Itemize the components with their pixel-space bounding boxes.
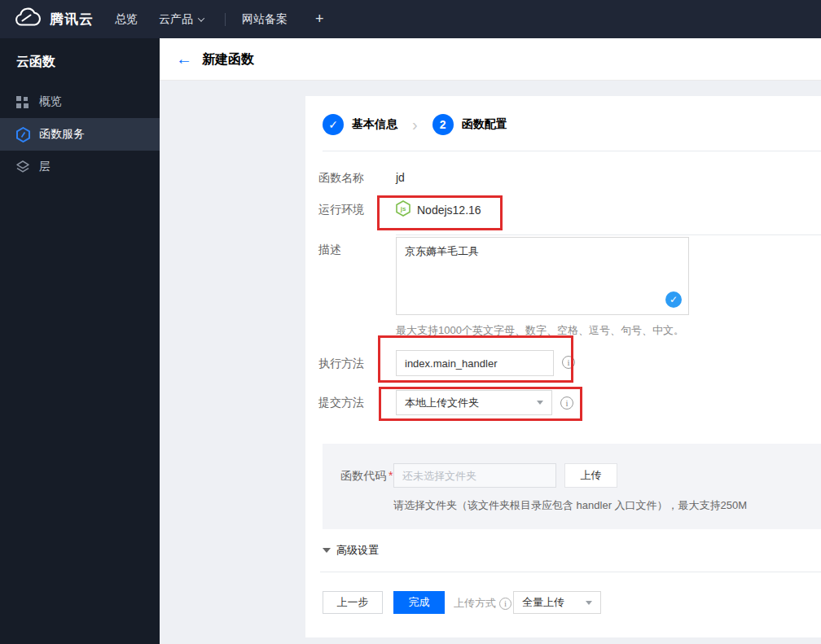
sidebar: 云函数 概览 函数服务 <box>0 38 160 644</box>
finish-button[interactable]: 完成 <box>393 591 445 614</box>
svg-text:js: js <box>400 205 406 212</box>
upload-mode-value: 全量上传 <box>522 595 564 610</box>
caret-down-icon <box>537 401 543 405</box>
chevron-down-icon <box>198 15 204 21</box>
divider <box>320 572 821 572</box>
sidebar-item-label: 层 <box>39 160 50 174</box>
step-done-icon: ✓ <box>323 114 344 135</box>
runtime-value-row: js Nodejs12.16 <box>396 200 481 220</box>
info-icon[interactable]: i <box>499 598 511 610</box>
topnav: 总览 云产品 网站备案 + <box>115 0 324 38</box>
upload-mode-label: 上传方式 <box>454 596 496 611</box>
topnav-divider <box>225 13 226 26</box>
valid-check-icon: ✓ <box>665 291 682 308</box>
footer-actions: 上一步 完成 上传方式 i 全量上传 <box>305 591 821 614</box>
sidebar-item-function-service[interactable]: 函数服务 <box>0 118 160 151</box>
brand[interactable]: 腾讯云 <box>13 0 94 38</box>
page-title: 新建函数 <box>202 51 254 68</box>
description-text: 京东薅羊毛工具 <box>405 245 479 257</box>
sidebar-item-label: 函数服务 <box>39 127 85 142</box>
nodejs-hexagon-icon: js <box>396 200 410 220</box>
topbar: 腾讯云 总览 云产品 网站备案 + <box>0 0 821 38</box>
sidebar-item-label: 概览 <box>39 94 62 109</box>
runtime-label: 运行环境 <box>318 203 364 217</box>
step-number-2: 2 <box>432 114 454 135</box>
step-label-basic-info: 基本信息 <box>352 117 397 132</box>
upload-button[interactable]: 上传 <box>564 463 617 488</box>
sidebar-title: 云函数 <box>0 38 160 71</box>
submit-method-select[interactable]: 本地上传文件夹 <box>396 390 552 415</box>
divider <box>396 234 821 235</box>
description-label: 描述 <box>318 243 341 257</box>
sidebar-item-overview[interactable]: 概览 <box>0 85 160 118</box>
layers-icon <box>16 159 30 175</box>
folder-path-input[interactable] <box>393 463 556 488</box>
topnav-icp-filing[interactable]: 网站备案 <box>242 12 288 27</box>
function-name-value: jd <box>396 171 405 184</box>
description-textarea[interactable]: 京东薅羊毛工具 ✓ <box>396 237 689 315</box>
create-function-card: ✓ 基本信息 › 2 函数配置 函数名称 jd 运行环境 js Nodejs12… <box>305 96 821 637</box>
grid-icon <box>16 94 30 110</box>
add-tab-icon[interactable]: + <box>315 11 324 28</box>
function-code-label: 函数代码* <box>340 469 393 484</box>
upload-mode-select[interactable]: 全量上传 <box>513 591 601 614</box>
step-chevron-icon: › <box>412 116 418 134</box>
submit-method-label: 提交方法 <box>318 396 364 410</box>
page-header: ← 新建函数 <box>160 38 821 81</box>
submit-method-value: 本地上传文件夹 <box>405 396 479 410</box>
tencent-cloud-logo-icon <box>13 7 42 32</box>
topnav-overview[interactable]: 总览 <box>115 12 138 27</box>
handler-input[interactable] <box>396 350 554 376</box>
function-hexagon-icon <box>16 126 30 142</box>
upload-mode-label-group: 上传方式 i <box>454 596 511 611</box>
sidebar-item-layers[interactable]: 层 <box>0 151 160 183</box>
back-arrow-icon[interactable]: ← <box>176 50 192 68</box>
handler-label: 执行方法 <box>318 357 364 371</box>
sidebar-items: 概览 函数服务 层 <box>0 85 160 183</box>
step-label-function-config: 函数配置 <box>462 117 507 132</box>
stepper: ✓ 基本信息 › 2 函数配置 <box>323 114 507 135</box>
info-icon[interactable]: i <box>562 356 575 369</box>
function-code-panel: 函数代码* 上传 请选择文件夹（该文件夹根目录应包含 handler 入口文件）… <box>323 444 821 529</box>
caret-down-icon <box>586 601 592 605</box>
brand-name: 腾讯云 <box>50 10 94 28</box>
function-name-label: 函数名称 <box>318 171 364 186</box>
description-helper-text: 最大支持1000个英文字母、数字、空格、逗号、句号、中文。 <box>396 323 684 338</box>
required-asterisk: * <box>389 469 393 482</box>
divider <box>323 151 821 151</box>
topnav-cloud-products[interactable]: 云产品 <box>159 12 204 27</box>
runtime-value: Nodejs12.16 <box>417 204 481 217</box>
previous-step-button[interactable]: 上一步 <box>323 591 383 614</box>
info-icon[interactable]: i <box>560 396 573 410</box>
advanced-settings-label: 高级设置 <box>336 543 379 558</box>
function-code-helper-text: 请选择文件夹（该文件夹根目录应包含 handler 入口文件），最大支持250M <box>393 498 747 513</box>
triangle-down-icon <box>323 548 331 553</box>
advanced-settings-toggle[interactable]: 高级设置 <box>323 543 379 558</box>
